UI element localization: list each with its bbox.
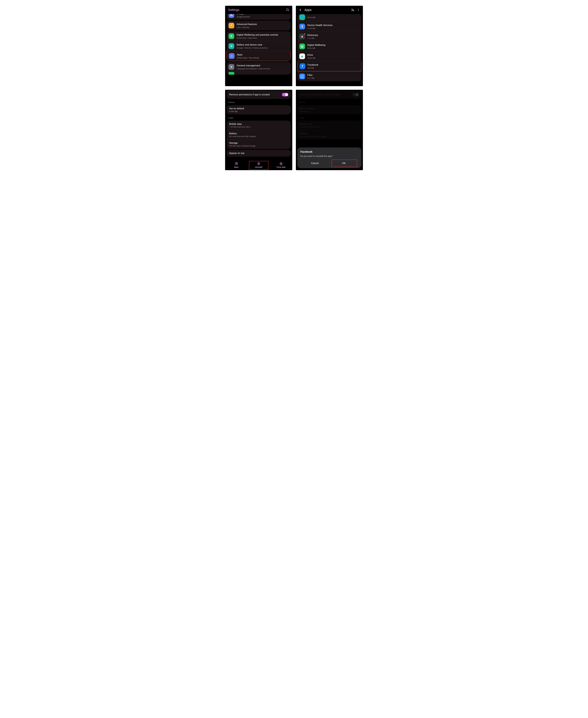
battery-icon — [229, 43, 234, 49]
screen-settings: Settings G Google Google services — [225, 6, 292, 86]
button-label: Force stop — [277, 166, 286, 168]
app-icon: ◎ — [299, 43, 305, 49]
section-usage: Usage — [225, 115, 292, 120]
svg-point-6 — [232, 55, 232, 56]
settings-item-digital-wellbeing[interactable]: Digital Wellbeing and parental controls … — [227, 31, 291, 41]
app-name: Drive — [307, 54, 360, 57]
item-title: Apps — [237, 53, 289, 56]
svg-point-22 — [358, 11, 359, 11]
settings-item-cutoff[interactable] — [227, 72, 291, 75]
open-button[interactable]: Open — [225, 162, 248, 168]
remove-permissions-row[interactable]: Remove permissions if app is unused — [227, 90, 291, 99]
row-sub: 763 MB used in Internal storage — [229, 145, 288, 147]
app-size: 19.61 MB — [307, 16, 360, 19]
app-row[interactable]: ▲Drive78.06 MB — [297, 51, 362, 61]
svg-point-28 — [280, 163, 281, 164]
force-stop-icon — [279, 162, 283, 165]
toggle-switch — [353, 93, 359, 96]
svg-point-18 — [353, 10, 354, 11]
settings-group: Digital Wellbeing and parental controls … — [227, 31, 291, 61]
settings-item-general-management[interactable]: General management Language and keyboard… — [227, 62, 291, 72]
toggle-label: Remove permissions if app is unused — [229, 93, 282, 96]
wellbeing-icon — [229, 33, 234, 39]
row-sub: In this app — [229, 110, 288, 112]
uninstall-dialog: Facebook Do you want to uninstall this a… — [297, 147, 362, 168]
bottom-action-bar: Open Uninstall Force stop — [225, 161, 292, 170]
search-icon[interactable] — [286, 8, 289, 12]
section-usage: Usage — [296, 115, 363, 120]
svg-point-8 — [232, 56, 232, 57]
force-stop-button[interactable]: Force stop — [270, 162, 292, 168]
uninstall-button[interactable]: Uninstall — [248, 162, 270, 168]
item-subtitle: Labs • Side key — [236, 26, 289, 28]
app-row-cutoff[interactable]: 19.61 MB — [297, 14, 362, 22]
svg-point-4 — [231, 46, 232, 46]
filter-search-icon[interactable] — [351, 8, 354, 12]
item-subtitle: Screen time • App timers — [236, 37, 289, 39]
toggle-label: Remove permissions if app is unused — [300, 93, 353, 96]
app-icon: a — [299, 34, 305, 39]
row-title: Mobile data — [229, 123, 288, 125]
header: Apps — [296, 6, 363, 14]
appear-card: Appear on top — [227, 150, 291, 157]
svg-point-3 — [231, 45, 232, 47]
settings-group: G Google Google services — [227, 14, 291, 20]
apps-icon — [229, 53, 235, 59]
app-row[interactable]: ◎Digital Wellbeing26.61 MB — [297, 41, 362, 51]
app-size: 7.11 MB — [307, 37, 360, 39]
more-icon[interactable] — [357, 8, 360, 12]
item-title: Battery and device care — [236, 43, 289, 46]
svg-point-7 — [231, 56, 232, 57]
settings-item-google[interactable]: G Google Google services — [227, 14, 291, 20]
notification-badge — [304, 33, 305, 35]
usage-card: Mobile data 7.15 MB used since Jan 1 Bat… — [227, 121, 291, 149]
svg-point-14 — [231, 67, 231, 67]
app-size: 11.84 MB — [307, 27, 360, 29]
usage-battery[interactable]: Battery 0% used since last fully charged — [227, 130, 291, 140]
defaults-card: Set as default In this app — [297, 105, 362, 115]
app-row[interactable]: ⚕Device Health Services11.84 MB — [297, 22, 362, 32]
usage-storage[interactable]: Storage 763 MB used in Internal storage — [227, 140, 291, 149]
row-sub: 7.15 MB used since Jan 1 — [300, 126, 359, 128]
page-title: Settings — [228, 8, 284, 12]
row-title: Set as default — [300, 107, 359, 110]
settings-group: General management Language and keyboard… — [227, 62, 291, 75]
item-title: Google — [236, 14, 289, 15]
set-as-default-row[interactable]: Set as default In this app — [227, 105, 291, 115]
general-mgmt-icon — [229, 64, 234, 70]
app-size: 78.06 MB — [307, 57, 360, 59]
appear-on-top-row[interactable]: Appear on top — [227, 150, 291, 157]
usage-mobile-data[interactable]: Mobile data 7.15 MB used since Jan 1 — [227, 121, 291, 130]
cutoff-icon — [229, 72, 234, 75]
svg-point-20 — [358, 9, 359, 9]
row-sub: 7.15 MB used since Jan 1 — [229, 126, 288, 128]
svg-point-5 — [231, 55, 232, 56]
back-icon[interactable] — [299, 8, 302, 12]
app-row[interactable]: fFacebook608 MB — [297, 61, 362, 71]
defaults-card: Set as default In this app — [227, 105, 291, 115]
cancel-button[interactable]: Cancel — [300, 160, 329, 167]
row-sub: 0% used since last fully charged — [300, 135, 359, 138]
row-sub: 0% used since last fully charged — [229, 135, 288, 138]
screen-app-info-dialog: Remove permissions if app is unused Defa… — [296, 90, 363, 170]
dialog-title: Facebook — [300, 150, 358, 153]
screen-apps-list: Apps 19.61 MB ⚕Device Health Services11.… — [296, 6, 363, 86]
app-size: 26.61 MB — [307, 47, 360, 49]
app-row[interactable]: ▢Files8.77 MB — [297, 71, 362, 81]
settings-item-apps[interactable]: Apps Default apps • App settings — [227, 51, 291, 61]
app-name: Device Health Services — [307, 24, 360, 27]
remove-permissions-row: Remove permissions if app is unused — [297, 90, 362, 99]
svg-line-19 — [354, 11, 354, 11]
app-icon — [299, 14, 305, 20]
row-title: Mobile data — [300, 123, 359, 125]
toggle-switch[interactable] — [282, 93, 288, 96]
app-name: Facebook — [308, 63, 359, 66]
settings-item-battery-care[interactable]: Battery and device care Storage • Memory… — [227, 41, 291, 51]
app-row[interactable]: aDictionary7.11 MB — [297, 32, 362, 41]
row-title: Set as default — [229, 107, 288, 110]
settings-item-advanced-features[interactable]: Advanced features Labs • Side key — [227, 21, 291, 30]
app-name: Dictionary — [307, 34, 360, 37]
settings-group: Advanced features Labs • Side key — [227, 21, 291, 30]
item-title: General management — [236, 64, 289, 67]
app-name: Files — [307, 74, 360, 77]
